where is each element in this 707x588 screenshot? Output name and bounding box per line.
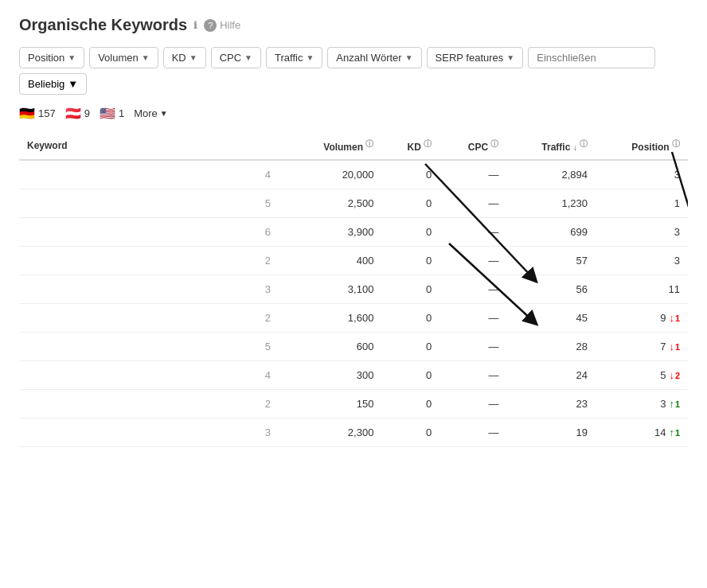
cell-kd: 0 bbox=[381, 390, 439, 419]
cell-position: 5↓2 bbox=[596, 361, 688, 390]
cell-kd: 0 bbox=[381, 189, 439, 218]
cell-traffic: 57 bbox=[506, 247, 596, 275]
cell-cpc: — bbox=[439, 160, 506, 189]
cell-position: 3 bbox=[596, 160, 688, 189]
filter-cpc-label: CPC bbox=[220, 52, 241, 64]
cell-cpc: — bbox=[439, 247, 506, 275]
flag-at-count: 9 bbox=[84, 107, 90, 119]
position-info-icon[interactable]: ⓘ bbox=[672, 139, 680, 148]
cell-traffic: 28 bbox=[506, 333, 596, 361]
table-row: 32,3000—1914↑1 bbox=[19, 419, 688, 447]
flag-item-de[interactable]: 🇩🇪 157 bbox=[19, 106, 56, 121]
table-row: 24000—573 bbox=[19, 247, 688, 275]
flag-item-at[interactable]: 🇦🇹 9 bbox=[65, 106, 90, 121]
cell-position: 14↑1 bbox=[596, 419, 688, 447]
volumen-info-icon[interactable]: ⓘ bbox=[365, 139, 373, 148]
position-value: 3 bbox=[674, 255, 680, 267]
cell-volumen: 20,000 bbox=[287, 160, 381, 189]
filter-traffic[interactable]: Traffic ▼ bbox=[266, 47, 322, 68]
cell-keyword: 2 bbox=[19, 390, 287, 419]
cell-position: 11 bbox=[596, 275, 688, 304]
kd-info-icon[interactable]: ⓘ bbox=[424, 139, 432, 148]
filter-kd-label: KD bbox=[172, 52, 186, 64]
traffic-sort-icon[interactable]: ↓ bbox=[573, 143, 577, 152]
cell-keyword: 5 bbox=[19, 189, 287, 218]
help-icon: ? bbox=[204, 19, 217, 32]
flag-us-count: 1 bbox=[119, 107, 124, 119]
cell-traffic: 23 bbox=[506, 390, 596, 419]
position-value: 3 bbox=[674, 226, 680, 238]
filter-cpc-arrow: ▼ bbox=[244, 53, 252, 62]
cell-cpc: — bbox=[439, 304, 506, 333]
position-change: ↓1 bbox=[669, 312, 680, 324]
cell-keyword: 3 bbox=[19, 275, 287, 304]
cell-cpc: — bbox=[439, 333, 506, 361]
table-row: 52,5000—1,2301 bbox=[19, 189, 688, 218]
filter-serp-label: SERP features bbox=[436, 52, 504, 64]
filter-bar: Position ▼ Volumen ▼ KD ▼ CPC ▼ Traffic … bbox=[19, 47, 688, 95]
cell-kd: 0 bbox=[381, 275, 439, 304]
page-title: Organische Keywords ℹ ? Hilfe bbox=[19, 16, 688, 34]
cell-cpc: — bbox=[439, 419, 506, 447]
down-arrow-icon: ↓ bbox=[669, 341, 674, 352]
change-value: 1 bbox=[675, 399, 680, 409]
cpc-info-icon[interactable]: ⓘ bbox=[490, 139, 498, 148]
filter-traffic-label: Traffic bbox=[275, 52, 303, 64]
cell-position: 7↓1 bbox=[596, 333, 688, 361]
position-value: 3 bbox=[660, 398, 666, 410]
cell-keyword: 2 bbox=[19, 304, 287, 333]
search-input[interactable] bbox=[528, 47, 655, 68]
table-row: 56000—287↓1 bbox=[19, 333, 688, 361]
filter-volumen-label: Volumen bbox=[98, 52, 139, 64]
cell-kd: 0 bbox=[381, 160, 439, 189]
col-header-traffic: Traffic ↓ ⓘ bbox=[506, 132, 596, 160]
col-header-kd: KD ⓘ bbox=[381, 132, 439, 160]
more-arrow: ▼ bbox=[160, 109, 168, 118]
flag-de-count: 157 bbox=[38, 107, 56, 119]
filter-kd[interactable]: KD ▼ bbox=[163, 47, 206, 68]
cell-position: 3 bbox=[596, 218, 688, 247]
cell-traffic: 24 bbox=[506, 361, 596, 390]
cell-position: 3↑1 bbox=[596, 390, 688, 419]
filter-traffic-arrow: ▼ bbox=[306, 53, 314, 62]
table-row: 420,0000—2,8943 bbox=[19, 160, 688, 189]
more-button[interactable]: More ▼ bbox=[134, 107, 168, 119]
cell-volumen: 600 bbox=[287, 333, 381, 361]
table-row: 43000—245↓2 bbox=[19, 361, 688, 390]
filter-cpc[interactable]: CPC ▼ bbox=[211, 47, 261, 68]
cell-cpc: — bbox=[439, 275, 506, 304]
help-link[interactable]: ? Hilfe bbox=[204, 19, 240, 32]
filter-volumen-arrow: ▼ bbox=[142, 53, 150, 62]
filter-anzahl-label: Anzahl Wörter bbox=[336, 52, 401, 64]
traffic-info-icon[interactable]: ⓘ bbox=[580, 139, 588, 148]
position-value: 5 bbox=[660, 369, 666, 381]
filter-serp[interactable]: SERP features ▼ bbox=[427, 47, 524, 68]
cell-kd: 0 bbox=[381, 419, 439, 447]
position-value: 11 bbox=[669, 283, 680, 295]
flag-item-us[interactable]: 🇺🇸 1 bbox=[100, 106, 124, 121]
down-arrow-icon: ↓ bbox=[669, 369, 674, 381]
filter-serp-arrow: ▼ bbox=[506, 53, 514, 62]
cell-position: 9↓1 bbox=[596, 304, 688, 333]
cell-kd: 0 bbox=[381, 333, 439, 361]
col-header-keyword: Keyword bbox=[19, 132, 287, 160]
cell-position: 3 bbox=[596, 247, 688, 275]
country-flags-bar: 🇩🇪 157 🇦🇹 9 🇺🇸 1 More ▼ bbox=[19, 106, 688, 121]
filter-anzahl[interactable]: Anzahl Wörter ▼ bbox=[327, 47, 421, 68]
change-value: 1 bbox=[675, 428, 680, 438]
position-value: 3 bbox=[674, 169, 680, 181]
beliebig-button[interactable]: Beliebig ▼ bbox=[19, 73, 87, 95]
change-value: 1 bbox=[675, 313, 680, 323]
filter-position-arrow: ▼ bbox=[68, 53, 76, 62]
filter-anzahl-arrow: ▼ bbox=[405, 53, 413, 62]
table-wrapper: Keyword Volumen ⓘ KD ⓘ CPC ⓘ Traffic ↓ bbox=[19, 132, 688, 447]
cell-keyword: 6 bbox=[19, 218, 287, 247]
filter-volumen[interactable]: Volumen ▼ bbox=[89, 47, 158, 68]
title-text: Organische Keywords bbox=[19, 16, 187, 34]
cell-cpc: — bbox=[439, 390, 506, 419]
cell-volumen: 2,500 bbox=[287, 189, 381, 218]
help-label: Hilfe bbox=[220, 19, 240, 31]
cell-position: 1 bbox=[596, 189, 688, 218]
filter-position[interactable]: Position ▼ bbox=[19, 47, 84, 68]
position-value: 7 bbox=[660, 341, 666, 352]
